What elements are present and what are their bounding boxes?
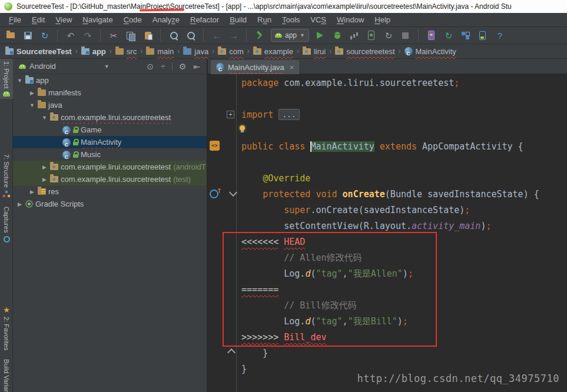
menu-item-build[interactable]: Build	[224, 14, 252, 25]
menu-item-file[interactable]: File	[4, 14, 26, 25]
tree-row-com-example-lirui-sourcetreetest-androidt[interactable]: ▶com.example.lirui.sourcetreetest(androi…	[13, 161, 207, 173]
folder-icon	[115, 48, 124, 55]
captures-icon	[4, 236, 10, 242]
tree-row-manifests[interactable]: ▶manifests	[13, 87, 207, 99]
menu-item-edit[interactable]: Edit	[26, 14, 50, 25]
breadcrumb-label: SourcetreeTest	[16, 47, 72, 56]
run-icon[interactable]	[314, 29, 326, 42]
stripe-button-2-favorites[interactable]: ★2: Favorites	[0, 304, 13, 353]
stripe-button-build-variants[interactable]: Build Variants	[0, 357, 13, 392]
breadcrumb-src[interactable]: src	[114, 47, 138, 56]
tree-expanded-icon[interactable]: ▼	[16, 78, 23, 84]
tree-row-gradle-scripts[interactable]: ▶Gradle Scripts	[13, 198, 207, 210]
breadcrumb-lirui[interactable]: lirui	[301, 47, 327, 56]
class-icon	[216, 63, 224, 71]
code-line: // Bill修改代码	[241, 298, 356, 314]
tab-close-icon[interactable]: ×	[288, 63, 294, 72]
menu-item-refactor[interactable]: Refactor	[185, 14, 224, 25]
hide-panel-icon[interactable]: ⇤	[191, 62, 202, 71]
tree-collapsed-icon[interactable]: ▶	[29, 189, 35, 195]
avd-manager-icon[interactable]	[426, 29, 437, 42]
attach-process-icon[interactable]	[366, 29, 377, 42]
compile-icon[interactable]	[254, 29, 266, 42]
stop-icon[interactable]	[400, 29, 412, 42]
editor-tab-bar: MainActivity.java ×	[208, 59, 567, 74]
overrides-method-gutter-icon[interactable]	[210, 190, 218, 198]
menu-item-view[interactable]: View	[50, 14, 77, 25]
tree-label: com.example.lirui.sourcetreetest	[61, 162, 171, 171]
breadcrumb-separator-icon: ›	[211, 47, 215, 55]
menu-item-help[interactable]: Help	[369, 14, 396, 25]
tree-row-music[interactable]: Music	[13, 148, 207, 161]
undo-icon[interactable]: ↶	[65, 29, 77, 42]
cut-icon[interactable]: ✂	[108, 29, 120, 42]
stripe-button-captures[interactable]: Captures	[0, 204, 13, 245]
help-icon[interactable]: ?	[494, 29, 506, 42]
breadcrumb-sourcetreetest[interactable]: SourcetreeTest	[4, 47, 74, 56]
back-icon[interactable]: ←	[211, 29, 223, 42]
open-icon[interactable]	[5, 29, 16, 42]
breadcrumb-example[interactable]: example	[251, 47, 295, 56]
tree-expanded-icon[interactable]: ▼	[29, 102, 35, 108]
project-view-selector[interactable]: Android	[29, 62, 56, 71]
breadcrumb-app[interactable]: app	[79, 47, 108, 56]
activity-class-gutter-icon[interactable]: <>	[210, 141, 220, 151]
attach-debugger-icon[interactable]	[477, 29, 489, 42]
tree-expanded-icon[interactable]: ▼	[41, 115, 48, 121]
tree-row-game[interactable]: Game	[13, 124, 207, 136]
breadcrumb-label: example	[264, 47, 293, 56]
menu-item-code[interactable]: Code	[118, 14, 147, 25]
debug-icon[interactable]	[331, 29, 343, 42]
collapse-all-icon[interactable]: ÷	[159, 62, 167, 71]
breadcrumb-main[interactable]: main	[144, 47, 175, 56]
sdk-manager-icon[interactable]	[460, 29, 472, 42]
menu-item-tools[interactable]: Tools	[277, 14, 305, 25]
locate-icon[interactable]: ⊙	[145, 62, 155, 71]
tree-label: manifests	[48, 88, 81, 97]
find-icon[interactable]	[168, 29, 180, 42]
fold-expand-icon[interactable]: +	[227, 111, 234, 118]
tree-row-com-example-lirui-sourcetreetest[interactable]: ▼com.example.lirui.sourcetreetest	[13, 111, 207, 124]
chevron-down-icon[interactable]: ▼	[104, 64, 110, 69]
gradle-sync-icon[interactable]: ↻	[443, 29, 455, 42]
save-all-icon[interactable]	[22, 29, 34, 42]
editor-tab-mainactivity[interactable]: MainActivity.java ×	[211, 60, 299, 74]
stripe-button-1-project[interactable]: 1: Project	[0, 59, 13, 99]
intention-bulb-icon[interactable]	[240, 125, 245, 131]
paste-icon[interactable]	[142, 29, 154, 42]
tree-collapsed-icon[interactable]: ▶	[16, 201, 23, 207]
tree-row-mainactivity[interactable]: MainActivity	[13, 136, 207, 148]
sync-icon[interactable]: ↻	[39, 29, 51, 42]
copy-icon[interactable]	[125, 29, 137, 42]
breadcrumb-sourcetreetest[interactable]: sourcetreetest	[333, 47, 396, 56]
module-icon	[25, 77, 34, 84]
tree-collapsed-icon[interactable]: ▶	[41, 177, 48, 182]
menu-item-navigate[interactable]: Navigate	[77, 14, 118, 25]
settings-icon[interactable]: ⚙	[177, 62, 188, 71]
tool-window-stripe: 1: Project7: StructureCaptures★2: Favori…	[0, 59, 13, 392]
menu-item-window[interactable]: Window	[331, 14, 369, 25]
tree-row-java[interactable]: ▼java	[13, 99, 207, 111]
tree-collapsed-icon[interactable]: ▶	[41, 164, 48, 170]
breadcrumb-separator-icon: ›	[329, 47, 332, 55]
profile-icon[interactable]	[349, 29, 360, 42]
tree-row-app[interactable]: ▼app	[13, 74, 207, 87]
stripe-button-7-structure[interactable]: 7: Structure	[0, 152, 13, 200]
redo-icon[interactable]: ↷	[82, 29, 94, 42]
breadcrumb-java[interactable]: java	[181, 47, 210, 56]
menu-item-run[interactable]: Run	[252, 14, 277, 25]
menu-item-analyze[interactable]: Analyze	[147, 14, 185, 25]
tree-collapsed-icon[interactable]: ▶	[29, 90, 35, 96]
replace-icon[interactable]	[185, 29, 197, 42]
tree-row-res[interactable]: ▶res	[13, 185, 207, 198]
tree-label: res	[48, 187, 59, 196]
tree-row-com-example-lirui-sourcetreetest-test[interactable]: ▶com.example.lirui.sourcetreetest(test)	[13, 173, 207, 185]
breadcrumb-separator-icon: ›	[140, 47, 143, 55]
tree-label: Music	[81, 150, 101, 159]
rerun-icon[interactable]: ↻	[383, 29, 394, 42]
forward-icon[interactable]: →	[228, 29, 240, 42]
run-config-selector[interactable]: app▼	[271, 29, 309, 42]
breadcrumb-com[interactable]: com	[216, 47, 246, 56]
menu-item-vcs[interactable]: VCS	[305, 14, 331, 25]
breadcrumb-mainactivity[interactable]: MainActivity	[403, 47, 458, 56]
